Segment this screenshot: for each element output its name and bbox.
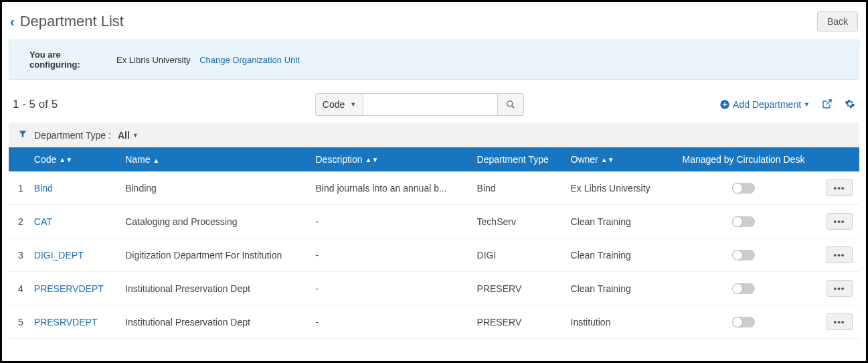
code-link[interactable]: PRESRVDEPT	[34, 317, 98, 328]
back-chevron-icon[interactable]: ‹	[10, 14, 15, 29]
row-owner: Clean Training	[566, 272, 668, 305]
col-code[interactable]: Code▲▼	[29, 147, 120, 171]
managed-toggle[interactable]	[732, 250, 755, 261]
search-field-select[interactable]: Code ▼	[316, 94, 363, 115]
row-index: 4	[9, 272, 29, 305]
row-dept-type: TechServ	[472, 205, 566, 238]
row-name: Binding	[120, 171, 310, 205]
row-owner: Clean Training	[566, 238, 668, 272]
change-org-link[interactable]: Change Organization Unit	[199, 55, 300, 65]
search-icon	[506, 100, 515, 109]
back-button[interactable]: Back	[817, 11, 858, 31]
row-dept-type: DIGI	[472, 238, 566, 272]
search-group: Code ▼	[315, 93, 524, 116]
caret-down-icon: ▼	[350, 101, 356, 108]
export-icon	[822, 98, 833, 109]
code-link[interactable]: CAT	[34, 216, 52, 227]
banner-label: You are configuring:	[29, 50, 83, 70]
filter-bar: Department Type : All ▼	[9, 123, 859, 147]
code-link[interactable]: PRESERVDEPT	[34, 283, 104, 294]
row-name: Institutional Preservation Dept	[120, 272, 310, 305]
sort-icon: ▲▼	[59, 158, 72, 162]
caret-down-icon: ▼	[804, 101, 810, 108]
row-name: Institutional Preservation Dept	[120, 305, 310, 339]
row-owner: Institution	[566, 305, 668, 339]
table-row: 3DIGI_DEPTDigitization Department For In…	[9, 238, 859, 272]
row-index: 5	[9, 305, 29, 339]
svg-point-0	[507, 101, 513, 106]
row-actions-button[interactable]: •••	[827, 280, 853, 297]
add-department-button[interactable]: Add Department ▼	[719, 99, 810, 110]
filter-value: All	[118, 130, 130, 141]
settings-button[interactable]	[845, 98, 855, 111]
row-actions-button[interactable]: •••	[827, 313, 853, 330]
row-owner: Ex Libris University	[566, 171, 668, 205]
managed-toggle[interactable]	[732, 183, 755, 194]
result-count: 1 - 5 of 5	[13, 98, 120, 111]
code-link[interactable]: DIGI_DEPT	[34, 250, 84, 261]
managed-toggle[interactable]	[732, 283, 755, 294]
table-row: 5PRESRVDEPTInstitutional Preservation De…	[9, 305, 859, 339]
page-title: Department List	[20, 13, 124, 30]
department-table: Code▲▼ Name▲ Description▲▼ Department Ty…	[9, 147, 859, 339]
filter-value-dropdown[interactable]: All ▼	[118, 130, 139, 141]
row-index: 1	[9, 171, 29, 205]
row-description: -	[311, 272, 472, 305]
export-button[interactable]	[822, 98, 833, 111]
filter-label: Department Type :	[34, 130, 111, 141]
table-row: 4PRESERVDEPTInstitutional Preservation D…	[9, 272, 859, 305]
row-index: 2	[9, 205, 29, 238]
row-dept-type: Bind	[472, 171, 566, 205]
row-owner: Clean Training	[566, 205, 668, 238]
managed-toggle[interactable]	[732, 216, 755, 227]
row-name: Digitization Department For Institution	[120, 238, 310, 272]
row-description: -	[311, 238, 472, 272]
sort-icon: ▲▼	[601, 158, 614, 162]
row-description: -	[311, 305, 472, 339]
col-name[interactable]: Name▲	[120, 147, 310, 171]
row-actions-button[interactable]: •••	[827, 213, 853, 230]
row-actions-button[interactable]: •••	[827, 179, 853, 196]
config-banner: You are configuring: Ex Libris Universit…	[9, 40, 859, 80]
add-department-label: Add Department	[733, 99, 801, 110]
col-description[interactable]: Description▲▼	[311, 147, 472, 171]
table-row: 2CATCataloging and Processing-TechServCl…	[9, 205, 859, 238]
banner-org: Ex Libris University	[116, 55, 191, 65]
caret-down-icon: ▼	[133, 132, 139, 139]
plus-circle-icon	[719, 99, 730, 110]
col-dept-type: Department Type	[472, 147, 566, 171]
search-field-label: Code	[323, 99, 345, 110]
col-managed: Managed by Circulation Desk	[668, 147, 819, 171]
gear-icon	[845, 98, 855, 109]
search-button[interactable]	[497, 94, 523, 115]
managed-toggle[interactable]	[732, 317, 755, 328]
col-owner[interactable]: Owner▲▼	[566, 147, 668, 171]
row-actions-button[interactable]: •••	[827, 246, 853, 263]
code-link[interactable]: Bind	[34, 183, 53, 194]
row-dept-type: PRESERV	[472, 305, 566, 339]
filter-icon	[18, 129, 27, 141]
table-row: 1BindBindingBind journals into an annual…	[9, 171, 859, 205]
row-dept-type: PRESERV	[472, 272, 566, 305]
row-description: Bind journals into an annual b...	[311, 171, 472, 205]
sort-icon: ▲▼	[365, 158, 379, 162]
row-description: -	[311, 205, 472, 238]
svg-line-1	[512, 106, 515, 108]
row-name: Cataloging and Processing	[120, 205, 310, 238]
svg-line-3	[827, 100, 831, 104]
row-index: 3	[9, 238, 29, 272]
sort-asc-icon: ▲	[153, 157, 160, 164]
search-input[interactable]	[363, 94, 497, 115]
